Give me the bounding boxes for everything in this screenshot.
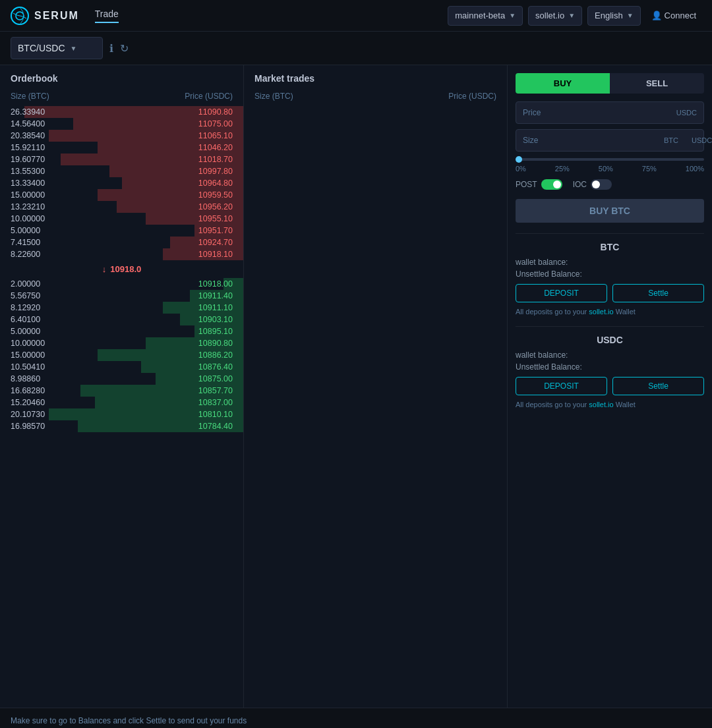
header-controls: mainnet-beta ▼ sollet.io ▼ English ▼ 👤 C… — [448, 6, 701, 26]
market-trades-panel: Market trades Size (BTC) Price (USDC) — [244, 65, 508, 708]
bid-row[interactable]: 8.9886010875.00 — [0, 373, 243, 385]
ask-row[interactable]: 13.5530010997.80 — [0, 165, 243, 177]
ask-price: 10924.70 — [198, 238, 233, 247]
slider-100[interactable]: 100% — [686, 165, 704, 173]
usdc-sollet-link[interactable]: sollet.io — [589, 401, 613, 408]
buy-tab[interactable]: BUY — [516, 73, 610, 94]
bid-price: 10857.70 — [198, 386, 233, 395]
wallet-dropdown[interactable]: sollet.io ▼ — [528, 6, 582, 26]
bid-price: 10890.80 — [198, 339, 233, 348]
btc-settle-button[interactable]: Settle — [612, 284, 704, 302]
ask-row[interactable]: 13.3340010964.80 — [0, 177, 243, 189]
ask-size: 14.56400 — [11, 119, 45, 128]
size-slider-area: 0% 25% 50% 75% 100% — [516, 158, 704, 173]
sell-tab[interactable]: SELL — [610, 73, 704, 94]
market-refresh-icon[interactable]: ↻ — [120, 42, 129, 55]
price-input-row: Price USDC — [516, 101, 704, 124]
market-info-icon[interactable]: ℹ — [109, 42, 113, 55]
size-unit-usdc: USDC — [685, 136, 712, 144]
bid-row[interactable]: 6.4010010903.10 — [0, 314, 243, 325]
ask-row[interactable]: 13.2321010956.20 — [0, 201, 243, 213]
spread-value: 10918.0 — [110, 264, 141, 274]
slider-thumb[interactable] — [516, 156, 522, 163]
orderbook-size-col: Size (BTC) — [11, 92, 49, 101]
ask-row[interactable]: 19.6077011018.70 — [0, 154, 243, 165]
market-pair-selector[interactable]: BTC/USDC ▼ — [11, 37, 103, 59]
bid-row[interactable]: 15.0000010886.20 — [0, 349, 243, 361]
orderbook-price-col: Price (USDC) — [185, 92, 233, 101]
ask-row[interactable]: 14.5640011075.00 — [0, 118, 243, 130]
slider-50[interactable]: 50% — [599, 165, 613, 173]
ask-row[interactable]: 26.3394011090.80 — [0, 106, 243, 118]
btc-wallet-note: All deposits go to your sollet.io Wallet — [516, 308, 704, 316]
bids-list: 2.0000010918.005.5675010911.408.12920109… — [0, 278, 243, 432]
bid-size: 5.00000 — [11, 327, 40, 336]
ask-row[interactable]: 7.4150010924.70 — [0, 237, 243, 248]
bid-row[interactable]: 16.6828010857.70 — [0, 385, 243, 397]
bid-size: 8.12920 — [11, 303, 40, 312]
post-label: POST — [516, 180, 537, 189]
market-trades-title: Market trades — [244, 73, 507, 89]
bid-row[interactable]: 8.1292010911.10 — [0, 302, 243, 314]
ask-row[interactable]: 20.3854011065.10 — [0, 130, 243, 142]
bottom-messages: Make sure to go to Balances and click Se… — [0, 708, 712, 728]
ask-size: 20.38540 — [11, 131, 45, 140]
bid-row[interactable]: 5.0000010895.10 — [0, 325, 243, 337]
btc-balance-section: BTC wallet balance: Unsettled Balance: D… — [516, 233, 704, 316]
size-label: Size — [516, 136, 548, 145]
ioc-toggle[interactable] — [591, 179, 612, 190]
usdc-wallet-label: wallet balance: — [516, 350, 568, 360]
bid-row[interactable]: 10.5041010876.40 — [0, 361, 243, 373]
bid-row[interactable]: 20.1073010810.10 — [0, 408, 243, 420]
trades-size-col: Size (BTC) — [254, 92, 293, 101]
ask-size: 19.60770 — [11, 155, 45, 164]
bid-row[interactable]: 10.0000010890.80 — [0, 337, 243, 349]
size-input-row: Size BTC USDC — [516, 129, 704, 152]
price-input[interactable] — [548, 108, 670, 117]
network-dropdown[interactable]: mainnet-beta ▼ — [448, 6, 523, 26]
nav-trade[interactable]: Trade — [95, 9, 119, 23]
bid-row[interactable]: 5.5675010911.40 — [0, 290, 243, 302]
slider-75[interactable]: 75% — [642, 165, 657, 173]
usdc-wallet-note: All deposits go to your sollet.io Wallet — [516, 401, 704, 408]
usdc-deposit-button[interactable]: DEPOSIT — [516, 377, 607, 395]
btc-sollet-link[interactable]: sollet.io — [589, 308, 613, 316]
ask-row[interactable]: 10.0000010955.10 — [0, 213, 243, 225]
btc-deposit-button[interactable]: DEPOSIT — [516, 284, 607, 302]
bid-row[interactable]: 16.9857010784.40 — [0, 420, 243, 432]
ask-price: 10964.80 — [198, 179, 233, 188]
ask-price: 10955.10 — [198, 214, 233, 223]
ask-row[interactable]: 15.9211011046.20 — [0, 142, 243, 154]
usdc-unsettled-row: Unsettled Balance: — [516, 362, 704, 372]
ask-row[interactable]: 5.0000010951.70 — [0, 225, 243, 237]
logo-area: SERUM — [11, 7, 79, 25]
size-input[interactable] — [548, 136, 657, 145]
trades-header: Size (BTC) Price (USDC) — [244, 89, 507, 103]
network-chevron-icon: ▼ — [509, 12, 516, 19]
buy-btc-button[interactable]: BUY BTC — [516, 199, 704, 223]
slider-labels: 0% 25% 50% 75% 100% — [516, 165, 704, 173]
ask-price: 11065.10 — [198, 131, 233, 140]
bid-row[interactable]: 2.0000010918.00 — [0, 278, 243, 290]
btc-unsettled-label: Unsettled Balance: — [516, 269, 582, 279]
connect-button[interactable]: 👤 Connect — [646, 8, 701, 23]
ask-size: 8.22600 — [11, 250, 40, 259]
ask-row[interactable]: 8.2260010918.10 — [0, 248, 243, 260]
ask-size: 26.33940 — [11, 107, 45, 117]
slider-0[interactable]: 0% — [516, 165, 526, 173]
bid-size: 5.56750 — [11, 291, 40, 300]
btc-deposit-settle-row: DEPOSIT Settle — [516, 284, 704, 302]
slider-track[interactable] — [516, 158, 704, 161]
usdc-settle-button[interactable]: Settle — [612, 377, 704, 395]
slider-25[interactable]: 25% — [555, 165, 570, 173]
ask-row[interactable]: 15.0000010959.50 — [0, 189, 243, 201]
bid-size: 2.00000 — [11, 279, 40, 289]
btc-balance-title: BTC — [516, 242, 704, 252]
language-dropdown[interactable]: English ▼ — [587, 6, 641, 26]
post-toggle-knob — [553, 181, 561, 188]
bid-row[interactable]: 15.2046010837.00 — [0, 397, 243, 408]
post-toggle[interactable] — [541, 179, 562, 190]
bid-price: 10875.00 — [198, 374, 233, 383]
orderbook-panel: Orderbook Size (BTC) Price (USDC) 26.339… — [0, 65, 244, 708]
ask-size: 13.23210 — [11, 202, 45, 211]
